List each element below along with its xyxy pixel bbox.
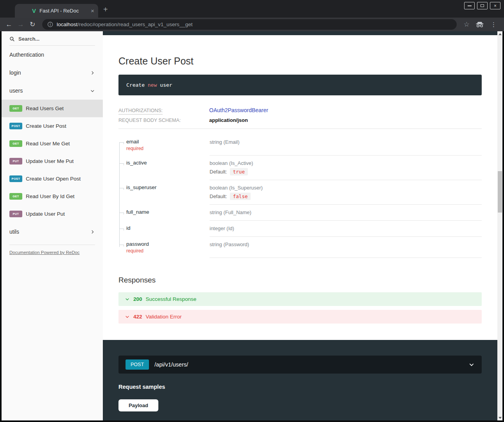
schema-field-id: id integer (Id): [118, 221, 482, 237]
sidebar-item-read-user-me-get[interactable]: GET Read User Me Get: [2, 135, 103, 152]
sidebar-item-read-users-get[interactable]: GET Read Users Get: [2, 100, 103, 117]
field-default: Default:true: [210, 169, 482, 175]
window-minimize-button[interactable]: [464, 2, 475, 9]
chevron-down-icon: [125, 297, 130, 302]
chevron-right-icon: [90, 229, 95, 234]
operation-meta: AUTHORIZATIONS: OAuth2PasswordBearer REQ…: [118, 107, 482, 129]
tab-close-icon[interactable]: ×: [91, 7, 94, 14]
operation-description-code: Create new user: [118, 75, 482, 95]
previous-panel-edge: [103, 31, 497, 35]
request-samples-title: Request samples: [118, 384, 482, 390]
search-icon: [9, 36, 15, 42]
sidebar-item-create-user-post[interactable]: POST Create User Post: [2, 117, 103, 135]
sidebar-item-utils[interactable]: utils: [2, 223, 103, 241]
back-button[interactable]: ←: [4, 21, 14, 29]
reload-button[interactable]: ↻: [27, 20, 38, 29]
http-method-badge: GET: [9, 193, 22, 200]
endpoint-dropdown[interactable]: POST /api/v1/users/: [118, 356, 482, 374]
endpoint-path: /api/v1/users/: [154, 361, 463, 368]
responses-title: Responses: [118, 276, 482, 284]
oauth2-security-link[interactable]: OAuth2PasswordBearer: [209, 107, 268, 113]
default-value-chip: false: [230, 193, 251, 200]
field-type: integer (Id): [210, 225, 234, 231]
sidebar-item-users[interactable]: users: [2, 82, 103, 100]
sidebar: Authentication login users GET Read User…: [2, 31, 103, 420]
http-method-badge: GET: [9, 140, 22, 147]
request-body-row: REQUEST BODY SCHEMA: application/json: [118, 117, 482, 129]
window-close-button[interactable]: ×: [490, 2, 500, 9]
sidebar-item-login[interactable]: login: [2, 64, 103, 82]
samples-panel: POST /api/v1/users/ Request samples Payl…: [103, 340, 497, 420]
field-type: boolean (Is_Active): [210, 160, 253, 166]
browser-menu-icon[interactable]: ⋮: [491, 21, 497, 28]
schema-field-full-name: full_name string (Full_Name): [118, 205, 482, 221]
browser-toolbar: ← → ↻ localhost/redoc#operation/read_use…: [0, 18, 504, 31]
response-label: Validation Error: [146, 314, 182, 320]
site-favicon-icon: V: [32, 8, 36, 14]
address-bar[interactable]: localhost/redoc#operation/read_users_api…: [42, 19, 457, 30]
response-label: Successful Response: [146, 296, 197, 302]
url-text: localhost/redoc#operation/read_users_api…: [57, 21, 193, 27]
field-name[interactable]: is_superuser: [126, 184, 210, 190]
operation-title: Create User Post: [118, 55, 482, 67]
response-code: 200: [133, 296, 142, 302]
tab-title: Fast API - ReDoc: [39, 8, 87, 14]
schema-field-is-superuser: is_superuser boolean (Is_Superuser) Defa…: [118, 180, 482, 205]
field-name[interactable]: id: [126, 225, 210, 231]
sidebar-divider: [9, 245, 95, 245]
chevron-down-icon: [90, 88, 95, 93]
responses-section: Responses 200 Successful Response 422 Va…: [118, 276, 482, 324]
page-info-icon[interactable]: [47, 21, 53, 27]
endpoint-method-badge: POST: [126, 359, 149, 370]
scrollbar-thumb[interactable]: [498, 171, 502, 213]
search-box[interactable]: [9, 36, 95, 46]
http-method-badge: PUT: [9, 211, 22, 217]
redoc-page: Authentication login users GET Read User…: [2, 31, 502, 420]
browser-titlebar: V Fast API - ReDoc × + ×: [0, 0, 504, 18]
field-type: boolean (Is_Superuser): [210, 185, 263, 191]
forward-button[interactable]: →: [16, 21, 26, 29]
http-method-badge: POST: [9, 123, 22, 129]
redoc-attribution-link[interactable]: Documentation Powered by ReDoc: [9, 250, 95, 255]
new-tab-button[interactable]: +: [103, 5, 108, 14]
response-422-toggle[interactable]: 422 Validation Error: [118, 310, 482, 324]
field-name[interactable]: full_name: [126, 209, 210, 215]
required-flag: required: [126, 248, 210, 254]
url-host: localhost: [57, 21, 77, 27]
authorizations-row: AUTHORIZATIONS: OAuth2PasswordBearer: [118, 107, 482, 113]
sidebar-item-read-user-by-id-get[interactable]: GET Read User By Id Get: [2, 188, 103, 205]
code-keyword: new: [148, 82, 157, 88]
minimize-icon: [468, 5, 472, 6]
response-200-toggle[interactable]: 200 Successful Response: [118, 292, 482, 306]
schema-field-password: password required string (Password): [118, 237, 482, 258]
window-maximize-button[interactable]: [477, 2, 488, 9]
payload-tab[interactable]: Payload: [118, 399, 158, 411]
http-method-badge: POST: [9, 175, 22, 182]
field-type: string (Full_Name): [210, 209, 251, 215]
browser-tab[interactable]: V Fast API - ReDoc ×: [15, 4, 98, 18]
chevron-down-icon: [468, 361, 475, 368]
sidebar-item-create-user-open-post[interactable]: POST Create User Open Post: [2, 170, 103, 188]
chevron-down-icon: [125, 314, 130, 319]
chevron-right-icon: [90, 70, 95, 75]
schema-field-is-active: is_active boolean (Is_Active) Default:tr…: [118, 156, 482, 180]
required-flag: required: [126, 146, 210, 151]
scroll-up-arrow[interactable]: [497, 31, 502, 37]
sidebar-item-update-user-put[interactable]: PUT Update User Put: [2, 205, 103, 223]
sidebar-item-update-user-me-put[interactable]: PUT Update User Me Put: [2, 152, 103, 170]
maximize-icon: [481, 4, 484, 7]
sidebar-item-authentication[interactable]: Authentication: [2, 46, 103, 64]
field-name[interactable]: password: [126, 241, 210, 247]
search-input[interactable]: [18, 36, 77, 42]
scroll-down-arrow[interactable]: [497, 415, 502, 420]
field-type: string (Email): [210, 139, 240, 145]
field-default: Default:false: [210, 193, 482, 199]
field-name[interactable]: email: [126, 139, 210, 145]
incognito-icon: [475, 21, 484, 28]
request-body-content-type: application/json: [209, 117, 248, 123]
field-name[interactable]: is_active: [126, 160, 210, 166]
vertical-scrollbar[interactable]: [497, 31, 502, 420]
http-method-badge: GET: [9, 105, 22, 112]
request-body-label: REQUEST BODY SCHEMA:: [118, 118, 209, 123]
bookmark-star-icon[interactable]: ☆: [464, 20, 470, 29]
